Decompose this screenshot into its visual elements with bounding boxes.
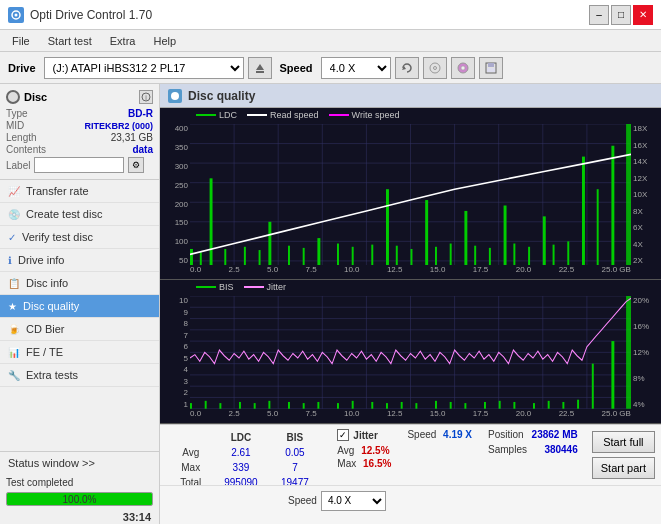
drive-label: Drive	[4, 62, 40, 74]
disc-label-input[interactable]	[34, 157, 124, 173]
stats-area: LDC BIS Avg 2.61 0.05 Max 339	[160, 424, 661, 524]
bis-legend-label: BIS	[219, 282, 234, 292]
bis-legend: BIS	[196, 282, 234, 292]
svg-rect-35	[268, 222, 271, 265]
svg-rect-88	[239, 402, 241, 409]
disc-length-row: Length 23,31 GB	[6, 132, 153, 143]
extra-tests-label: Extra tests	[26, 369, 78, 381]
svg-rect-39	[464, 211, 467, 265]
svg-rect-96	[371, 402, 373, 409]
top-yaxis-right: 18X 16X 14X 12X 10X 8X 6X 4X 2X	[631, 124, 661, 265]
bxaxis-15: 15.0	[430, 409, 446, 423]
yaxis-300: 300	[160, 162, 190, 171]
create-test-icon: 💿	[8, 209, 20, 220]
avg-bis-value: 0.05	[270, 446, 319, 459]
svg-rect-45	[200, 252, 202, 265]
ldc-legend-label: LDC	[219, 110, 237, 120]
xaxis-20: 20.0	[516, 265, 532, 279]
svg-rect-60	[513, 244, 515, 266]
disc-length-value: 23,31 GB	[111, 132, 153, 143]
jitter-checkbox[interactable]: ✓	[337, 429, 349, 441]
save-button[interactable]	[479, 57, 503, 79]
svg-rect-59	[489, 248, 491, 265]
xaxis-0: 0.0	[190, 265, 201, 279]
yaxis-200: 200	[160, 200, 190, 209]
yaxis-350: 350	[160, 143, 190, 152]
jitter-legend-line	[244, 286, 264, 288]
yaxis-2x: 2X	[631, 256, 661, 265]
byaxis-20pct: 20%	[631, 296, 661, 305]
svg-rect-110	[592, 364, 594, 409]
disc-quality-label: Disc quality	[23, 300, 79, 312]
byaxis-12pct: 12%	[631, 348, 661, 357]
nav-disc-quality[interactable]: ★ Disc quality	[0, 295, 159, 318]
titlebar: Opti Drive Control 1.70 – □ ✕	[0, 0, 661, 30]
nav-create-test[interactable]: 💿 Create test disc	[0, 203, 159, 226]
nav-extra-tests[interactable]: 🔧 Extra tests	[0, 364, 159, 387]
yaxis-6x: 6X	[631, 223, 661, 232]
menu-help[interactable]: Help	[145, 33, 184, 49]
svg-rect-46	[224, 249, 226, 265]
speed-label: Speed	[276, 62, 317, 74]
top-xaxis: 0.0 2.5 5.0 7.5 10.0 12.5 15.0 17.5 20.0…	[190, 265, 631, 279]
eject-button[interactable]	[248, 57, 272, 79]
titlebar-controls[interactable]: – □ ✕	[589, 5, 653, 25]
svg-rect-53	[371, 245, 373, 266]
jitter-label: Jitter	[353, 430, 377, 441]
menu-file[interactable]: File	[4, 33, 38, 49]
nav-drive-info[interactable]: ℹ Drive info	[0, 249, 159, 272]
svg-point-14	[171, 92, 179, 100]
nav-fe-te[interactable]: 📊 FE / TE	[0, 341, 159, 364]
stats-ldc-bis-table: LDC BIS Avg 2.61 0.05 Max 339	[160, 425, 329, 485]
speed-bottom-select[interactable]: 4.0 X	[321, 491, 386, 511]
start-full-button[interactable]: Start full	[592, 431, 655, 453]
chart-title: Disc quality	[188, 89, 255, 103]
top-chart-svg	[190, 124, 631, 265]
jitter-legend: Jitter	[244, 282, 287, 292]
svg-rect-33	[190, 249, 193, 265]
refresh-button[interactable]	[395, 57, 419, 79]
disc-contents-label: Contents	[6, 144, 46, 155]
svg-rect-49	[288, 246, 290, 266]
jitter-avg-row: Avg 12.5%	[337, 445, 391, 456]
drive-select[interactable]: (J:) ATAPI iHBS312 2 PL17	[44, 57, 244, 79]
nav-transfer-rate[interactable]: 📈 Transfer rate	[0, 180, 159, 203]
menu-extra[interactable]: Extra	[102, 33, 144, 49]
status-bar: 100.0%	[6, 492, 153, 506]
bxaxis-5: 5.0	[267, 409, 278, 423]
bottom-yaxis-right: 20% 16% 12% 8% 4%	[631, 296, 661, 409]
svg-rect-93	[317, 402, 319, 409]
xaxis-12-5: 12.5	[387, 265, 403, 279]
status-window-button[interactable]: Status window >>	[0, 452, 159, 474]
byaxis-7: 7	[160, 331, 190, 340]
disc-icon-button[interactable]	[451, 57, 475, 79]
cd-icon-button[interactable]	[423, 57, 447, 79]
svg-rect-48	[259, 250, 261, 265]
disc-type-row: Type BD-R	[6, 108, 153, 119]
bottom-xaxis: 0.0 2.5 5.0 7.5 10.0 12.5 15.0 17.5 20.0…	[190, 409, 631, 423]
xaxis-10: 10.0	[344, 265, 360, 279]
byaxis-2: 2	[160, 388, 190, 397]
xaxis-5: 5.0	[267, 265, 278, 279]
svg-rect-103	[484, 402, 486, 409]
speed-select[interactable]: 4.0 X	[321, 57, 391, 79]
nav-disc-info[interactable]: 📋 Disc info	[0, 272, 159, 295]
start-part-button[interactable]: Start part	[592, 457, 655, 479]
nav-cd-bier[interactable]: 🍺 CD Bier	[0, 318, 159, 341]
disc-btn1[interactable]: i	[139, 90, 153, 104]
xaxis-22-5: 22.5	[559, 265, 575, 279]
svg-rect-55	[411, 249, 413, 265]
yaxis-12x: 12X	[631, 174, 661, 183]
col-bis-header: BIS	[270, 431, 319, 444]
byaxis-1: 1	[160, 400, 190, 409]
close-button[interactable]: ✕	[633, 5, 653, 25]
svg-rect-63	[567, 241, 569, 265]
xaxis-7-5: 7.5	[305, 265, 316, 279]
minimize-button[interactable]: –	[589, 5, 609, 25]
nav-verify-test[interactable]: ✓ Verify test disc	[0, 226, 159, 249]
create-test-label: Create test disc	[26, 208, 102, 220]
svg-rect-51	[337, 244, 339, 266]
menu-start-test[interactable]: Start test	[40, 33, 100, 49]
maximize-button[interactable]: □	[611, 5, 631, 25]
disc-label-btn[interactable]: ⚙	[128, 157, 144, 173]
